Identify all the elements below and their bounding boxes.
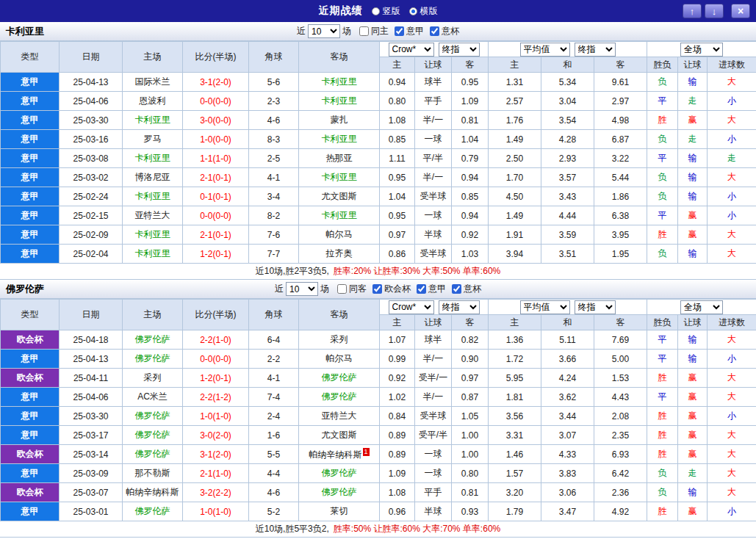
home-odds-cell: 0.80 bbox=[380, 92, 415, 111]
league-cell: 意甲 bbox=[1, 464, 60, 483]
avg-home-odds-cell: 3.94 bbox=[489, 245, 541, 264]
home-team-cell: 卡利亚里 bbox=[123, 187, 183, 206]
handicap-line-cell: 球半 bbox=[415, 330, 452, 350]
avg-home-odds-cell: 3.56 bbox=[489, 407, 541, 426]
bookmaker-select[interactable]: Crow* bbox=[389, 43, 434, 57]
layout-vertical-radio[interactable]: 竖版 bbox=[372, 5, 400, 18]
filter-同客[interactable]: 同客 bbox=[331, 283, 367, 295]
move-up-button[interactable]: ↑ bbox=[683, 4, 702, 18]
col-header-date: 日期 bbox=[60, 42, 123, 73]
away-odds-cell: 0.80 bbox=[452, 464, 489, 483]
corners-cell: 5-6 bbox=[249, 73, 299, 92]
score-cell: 1-0(1-0) bbox=[183, 407, 249, 426]
avg-away-odds-cell: 7.69 bbox=[594, 330, 647, 350]
goals-result-cell: 大 bbox=[708, 245, 756, 264]
col-header-corner: 角球 bbox=[249, 42, 299, 73]
avg-home-odds-cell: 5.95 bbox=[489, 369, 541, 388]
home-team-cell: 佛罗伦萨 bbox=[123, 330, 183, 350]
goals-result-cell: 大 bbox=[708, 388, 756, 407]
away-team-cell: 蒙扎 bbox=[299, 111, 380, 130]
filter-欧会杯[interactable]: 欧会杯 bbox=[367, 283, 411, 295]
avg-draw-odds-cell: 4.33 bbox=[541, 445, 594, 464]
average-select[interactable]: 平均值 bbox=[520, 43, 570, 57]
bookmaker-select[interactable]: Crow* bbox=[389, 300, 434, 314]
date-cell: 25-03-17 bbox=[60, 426, 123, 445]
layout-horizontal-radio[interactable]: 横版 bbox=[409, 5, 438, 18]
filter-checkbox[interactable] bbox=[395, 26, 404, 36]
avg-away-odds-cell: 5.44 bbox=[594, 168, 647, 187]
handicap-line-cell: 受半球 bbox=[415, 245, 452, 264]
match-count-select[interactable]: 10 bbox=[286, 282, 318, 296]
home-team-cell: 佛罗伦萨 bbox=[123, 445, 183, 464]
score-cell: 1-2(0-1) bbox=[183, 245, 249, 264]
avg-away-odds-cell: 6.38 bbox=[594, 206, 647, 225]
filter-意杯[interactable]: 意杯 bbox=[446, 283, 481, 295]
league-cell: 意甲 bbox=[1, 187, 60, 206]
goals-result-cell: 大 bbox=[708, 369, 756, 388]
scope-select[interactable]: 全场 bbox=[680, 43, 723, 57]
subcol-goals: 进球数 bbox=[708, 57, 756, 73]
score-cell: 1-1(1-0) bbox=[183, 149, 249, 168]
date-cell: 25-03-02 bbox=[60, 168, 123, 187]
home-odds-cell: 1.02 bbox=[380, 388, 415, 407]
filter-checkbox[interactable] bbox=[359, 26, 369, 36]
average-select[interactable]: 平均值 bbox=[520, 300, 570, 314]
avg-home-odds-cell: 3.31 bbox=[489, 426, 541, 445]
filter-checkboxes: 同客欧会杯意甲意杯 bbox=[331, 283, 481, 296]
filter-checkbox[interactable] bbox=[430, 26, 439, 36]
league-cell: 意甲 bbox=[1, 225, 60, 245]
corners-cell: 8-2 bbox=[249, 206, 299, 225]
score-cell: 3-2(2-2) bbox=[183, 483, 249, 502]
avg-draw-odds-cell: 2.93 bbox=[541, 149, 594, 168]
avg-home-odds-cell: 1.79 bbox=[489, 502, 541, 521]
handicap-odds-group-header: Crow*终指 bbox=[380, 42, 489, 57]
filter-checkbox[interactable] bbox=[452, 284, 461, 294]
home-odds-cell: 1.07 bbox=[380, 330, 415, 350]
home-odds-cell: 0.86 bbox=[380, 245, 415, 264]
filter-意甲[interactable]: 意甲 bbox=[411, 283, 446, 295]
close-button[interactable]: × bbox=[731, 4, 750, 18]
away-odds-cell: 1.00 bbox=[452, 426, 489, 445]
handicap-line-cell: 半球 bbox=[415, 502, 452, 521]
goals-result-cell: 小 bbox=[708, 502, 756, 521]
date-cell: 25-02-15 bbox=[60, 206, 123, 225]
corners-cell: 1-6 bbox=[249, 426, 299, 445]
avg-away-odds-cell: 6.87 bbox=[594, 130, 647, 149]
filter-checkbox[interactable] bbox=[337, 284, 347, 294]
away-team-cell: 卡利亚里 bbox=[299, 73, 380, 92]
handicap-line-cell: 平手 bbox=[415, 483, 452, 502]
away-odds-cell: 1.09 bbox=[452, 92, 489, 111]
filter-checkbox[interactable] bbox=[417, 284, 426, 294]
home-team-cell: 卡利亚里 bbox=[123, 149, 183, 168]
filter-同主[interactable]: 同主 bbox=[353, 25, 389, 37]
date-cell: 25-03-30 bbox=[60, 111, 123, 130]
match-result-cell: 胜 bbox=[647, 111, 678, 130]
corners-cell: 8-3 bbox=[249, 130, 299, 149]
corners-cell: 7-6 bbox=[249, 225, 299, 245]
match-row: 欧会杯25-03-07帕纳辛纳科斯3-2(2-2)4-6佛罗伦萨1.08平手0.… bbox=[1, 483, 756, 502]
europe-stage-select[interactable]: 终指 bbox=[575, 43, 616, 57]
league-cell: 意甲 bbox=[1, 388, 60, 407]
score-cell: 1-0(1-0) bbox=[183, 502, 249, 521]
move-down-button[interactable]: ↓ bbox=[705, 4, 724, 18]
match-row: 意甲25-03-09那不勒斯2-1(1-0)4-4佛罗伦萨1.09一球0.801… bbox=[1, 464, 756, 483]
handicap-result-cell: 走 bbox=[678, 464, 708, 483]
league-cell: 意甲 bbox=[1, 206, 60, 225]
scope-select[interactable]: 全场 bbox=[680, 300, 723, 314]
filter-意杯[interactable]: 意杯 bbox=[424, 25, 459, 37]
away-odds-cell: 0.95 bbox=[452, 73, 489, 92]
league-cell: 意甲 bbox=[1, 130, 60, 149]
corners-cell: 4-6 bbox=[249, 483, 299, 502]
handicap-stage-select[interactable]: 终指 bbox=[439, 43, 480, 57]
europe-stage-select[interactable]: 终指 bbox=[575, 300, 616, 314]
filter-checkbox[interactable] bbox=[372, 284, 382, 294]
handicap-line-cell: 半/一 bbox=[415, 350, 452, 369]
match-row: 意甲25-04-13佛罗伦萨0-0(0-0)2-2帕尔马0.99半/一0.901… bbox=[1, 350, 756, 369]
match-result-cell: 平 bbox=[647, 92, 678, 111]
match-count-select[interactable]: 10 bbox=[308, 24, 340, 38]
away-odds-cell: 0.92 bbox=[452, 225, 489, 245]
filter-意甲[interactable]: 意甲 bbox=[389, 25, 424, 37]
handicap-stage-select[interactable]: 终指 bbox=[439, 300, 480, 314]
match-row: 意甲25-04-06AC米兰2-2(1-2)7-4佛罗伦萨1.02半/一0.87… bbox=[1, 388, 756, 407]
away-odds-cell: 0.81 bbox=[452, 483, 489, 502]
